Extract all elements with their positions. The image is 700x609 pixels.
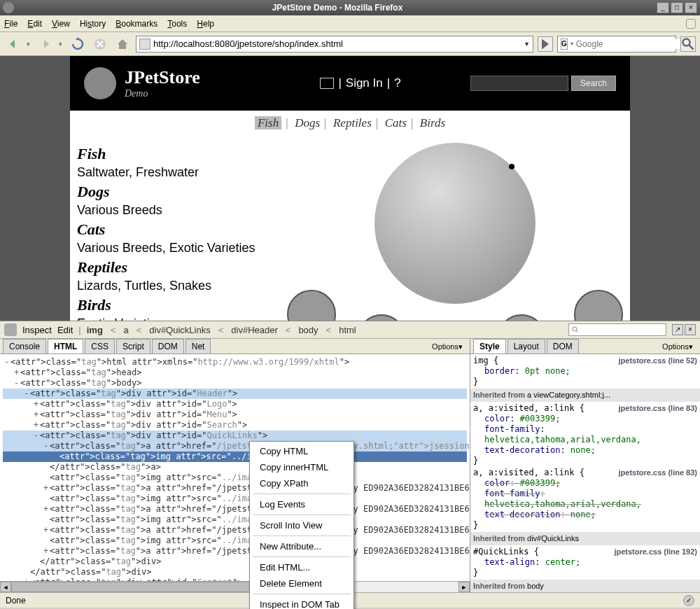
back-dropdown[interactable]: ▾: [27, 41, 32, 48]
tab-dom2[interactable]: DOM: [547, 339, 579, 354]
firebug-icon[interactable]: [4, 323, 17, 336]
tree-row[interactable]: -<attr">class="tag">div attr">id="QuickL…: [3, 430, 467, 441]
crumb-img[interactable]: img: [87, 325, 103, 335]
go-button[interactable]: [538, 36, 553, 52]
ctx-edit-html-[interactable]: Edit HTML...: [250, 559, 354, 575]
cat-cats[interactable]: Cats: [77, 220, 280, 240]
tree-row[interactable]: <attr">class="tag">img attr">src="../ima…: [3, 493, 467, 504]
tree-row[interactable]: <attr">class="tag">img attr">src="../ima…: [3, 514, 467, 525]
page-search-button[interactable]: Search: [571, 76, 616, 91]
ctx-new-attribute-[interactable]: New Attribute...: [250, 538, 354, 554]
tree-row[interactable]: +<attr">class="tag">a attr">href="/jpets…: [3, 483, 467, 493]
tree-row[interactable]: +<attr">class="tag">a attr">href="/jpets…: [3, 504, 467, 514]
menu-bookmarks[interactable]: Bookmarks: [115, 19, 158, 29]
tree-row[interactable]: +<attr">class="tag">div attr">id="Conten…: [3, 578, 467, 581]
ctx-delete-element[interactable]: Delete Element: [250, 575, 354, 592]
stop-button[interactable]: [91, 35, 109, 53]
firebug-close-button[interactable]: ×: [685, 324, 696, 335]
ql-dogs[interactable]: Dogs: [295, 116, 320, 130]
tab-html[interactable]: HTML: [48, 339, 83, 354]
bird-thumb[interactable]: [574, 290, 623, 321]
ctx-copy-html[interactable]: Copy HTML: [250, 443, 354, 459]
crumb-body[interactable]: body: [298, 325, 318, 335]
logo-icon[interactable]: [84, 67, 116, 99]
menu-help[interactable]: Help: [197, 19, 214, 29]
right-options[interactable]: Options▾: [658, 340, 697, 354]
tree-row[interactable]: </attr">class="tag">div>: [3, 556, 467, 567]
help-link[interactable]: ?: [394, 76, 400, 90]
url-bar[interactable]: ▼: [136, 36, 533, 52]
tree-row[interactable]: -<attr">class="tag">body>: [3, 378, 467, 388]
tab-layout[interactable]: Layout: [507, 339, 545, 354]
crumb-header[interactable]: div#Header: [231, 325, 278, 335]
tree-row[interactable]: -<attr">class="tag">div attr">id="Header…: [3, 388, 467, 399]
scroll-thumb[interactable]: [11, 582, 257, 592]
thumb-3[interactable]: [357, 314, 406, 321]
maximize-button[interactable]: □: [671, 2, 683, 13]
home-button[interactable]: [113, 35, 132, 53]
tree-row[interactable]: </attr">class="tag">div>: [3, 567, 467, 578]
ctx-inspect-in-dom-tab[interactable]: Inspect in DOM Tab: [250, 596, 354, 609]
fish-thumb[interactable]: [287, 290, 336, 321]
crumb-quicklinks[interactable]: div#QuickLinks: [149, 325, 210, 335]
back-button[interactable]: [4, 35, 22, 53]
google-icon[interactable]: G: [561, 38, 568, 50]
scroll-left[interactable]: ◄: [0, 582, 11, 592]
left-options[interactable]: Options▾: [428, 340, 467, 354]
tree-row[interactable]: <attr">class="tag">img attr">src="../ima…: [3, 451, 467, 462]
tree-row[interactable]: -<attr">class="tag">html attr">xmlns="ht…: [3, 357, 467, 368]
crumb-a[interactable]: a: [123, 325, 128, 335]
firebug-detach-button[interactable]: ↗: [672, 324, 683, 335]
scroll-right[interactable]: ►: [458, 582, 470, 592]
parrot-image[interactable]: [374, 143, 536, 304]
url-input[interactable]: [153, 38, 521, 49]
tree-row[interactable]: +<attr">class="tag">a attr">href="/jpets…: [3, 546, 467, 556]
h-scrollbar[interactable]: ◄ ►: [0, 581, 470, 592]
reload-button[interactable]: [69, 35, 87, 53]
menu-view[interactable]: View: [52, 19, 70, 29]
tab-script[interactable]: Script: [116, 339, 150, 354]
ctx-log-events[interactable]: Log Events: [250, 496, 354, 512]
close-button[interactable]: ×: [685, 2, 697, 13]
ql-reptiles[interactable]: Reptiles: [333, 116, 372, 130]
tree-row[interactable]: -<attr">class="tag">a attr">href="/jpets…: [3, 441, 467, 451]
menu-history[interactable]: History: [80, 19, 106, 29]
search-engine-dropdown[interactable]: ▾: [570, 41, 573, 47]
search-input[interactable]: [576, 39, 681, 49]
ctx-copy-xpath[interactable]: Copy XPath: [250, 475, 354, 491]
tab-css[interactable]: CSS: [85, 339, 115, 354]
tree-row[interactable]: </attr">class="tag">a>: [3, 462, 467, 472]
menu-edit[interactable]: Edit: [27, 19, 42, 29]
ctx-copy-innerhtml[interactable]: Copy innerHTML: [250, 459, 354, 475]
tab-console[interactable]: Console: [3, 339, 46, 354]
menu-tools[interactable]: Tools: [167, 19, 187, 29]
style-pane[interactable]: jpetstore.css (line 52)img {border: 0pt …: [470, 354, 700, 592]
crumb-html[interactable]: html: [339, 325, 356, 335]
tab-net[interactable]: Net: [186, 339, 211, 354]
tree-row[interactable]: <attr">class="tag">img attr">src="../ima…: [3, 472, 467, 483]
html-tree[interactable]: -<attr">class="tag">html attr">xmlns="ht…: [0, 354, 470, 581]
forward-button[interactable]: [36, 35, 55, 53]
tree-row[interactable]: +<attr">class="tag">div attr">id="Search…: [3, 420, 467, 430]
signin-link[interactable]: Sign In: [346, 76, 383, 90]
tree-row[interactable]: +<attr">class="tag">div attr">id="Menu">: [3, 410, 467, 420]
tree-row[interactable]: +<attr">class="tag">a attr">href="/jpets…: [3, 525, 467, 536]
tab-style[interactable]: Style: [473, 339, 506, 354]
search-button[interactable]: [680, 36, 696, 52]
url-dropdown[interactable]: ▼: [524, 41, 530, 48]
edit-button[interactable]: Edit: [57, 325, 73, 335]
firebug-search[interactable]: [568, 323, 666, 336]
menu-file[interactable]: File: [4, 19, 18, 29]
ql-cats[interactable]: Cats: [385, 116, 407, 130]
tree-row[interactable]: <attr">class="tag">img attr">src="../ima…: [3, 536, 467, 546]
search-box[interactable]: G ▾: [557, 36, 676, 52]
thumb-4[interactable]: [497, 314, 546, 321]
inspect-button[interactable]: Inspect: [22, 325, 52, 335]
tree-row[interactable]: +<attr">class="tag">head>: [3, 368, 467, 378]
cat-fish[interactable]: Fish: [77, 144, 280, 164]
tree-row[interactable]: +<attr">class="tag">div attr">id="Logo">: [3, 399, 467, 410]
forward-dropdown[interactable]: ▾: [59, 41, 64, 48]
cat-birds[interactable]: Birds: [77, 295, 280, 316]
cat-reptiles[interactable]: Reptiles: [77, 258, 280, 278]
cat-dogs[interactable]: Dogs: [77, 182, 280, 202]
